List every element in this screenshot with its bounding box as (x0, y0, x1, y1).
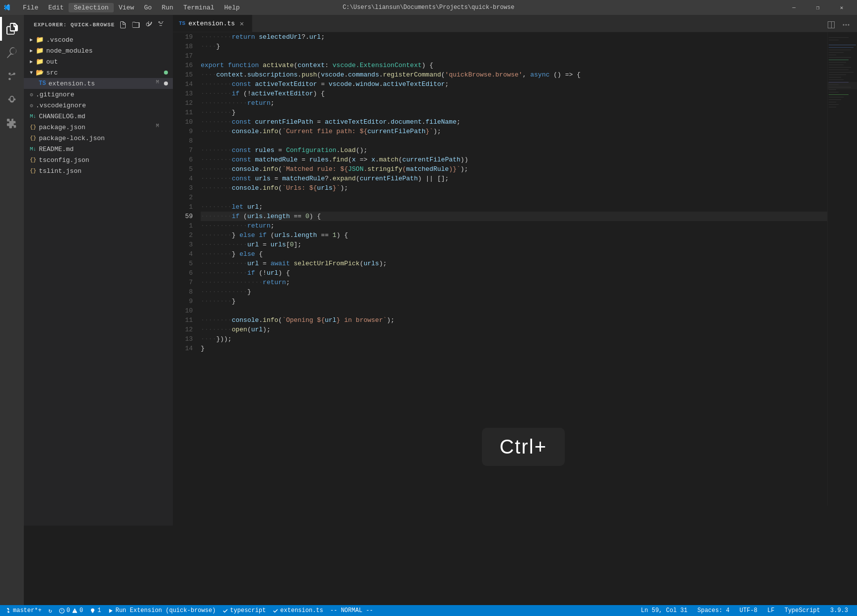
svg-rect-18 (829, 75, 846, 75)
svg-rect-25 (829, 89, 836, 90)
sync-item[interactable]: ↻ (46, 605, 55, 616)
vim-mode-label: -- NORMAL -- (330, 607, 373, 614)
svg-rect-5 (829, 40, 839, 40)
sidebar-title: EXPLORER: QUICK-BROWSE (34, 22, 115, 28)
svg-rect-6 (829, 45, 856, 45)
menu-edit[interactable]: Edit (43, 3, 69, 12)
menu-bar: File Edit Selection View Go Run Terminal… (18, 3, 245, 12)
run-extension-item[interactable]: Run Extension (quick-browse) (105, 605, 219, 616)
version-label: 3.9.3 (830, 607, 848, 614)
git-branch-item[interactable]: master*+ (2, 605, 45, 616)
folder-icon-src: 📂 (36, 69, 44, 77)
extensionts-label: extension.ts (48, 80, 95, 87)
eol-item[interactable]: LF (765, 605, 778, 616)
svg-rect-10 (829, 55, 836, 55)
refresh-button[interactable] (143, 19, 154, 30)
svg-rect-32 (829, 107, 836, 107)
svg-point-1 (846, 24, 847, 26)
code-line-9: ········console.info(`Current file path:… (201, 127, 827, 136)
menu-terminal[interactable]: Terminal (178, 3, 219, 12)
svg-rect-31 (829, 104, 839, 105)
vscodeignore-icon: ⚙ (30, 102, 33, 109)
code-line-8 (201, 136, 827, 146)
packagelockjson-icon: {} (30, 135, 36, 141)
svg-rect-4 (829, 37, 849, 38)
tabs-bar: TS extension.ts ✕ (173, 15, 857, 32)
vim-mode-item[interactable]: -- NORMAL -- (327, 605, 376, 616)
typescript-check-item[interactable]: typescript (220, 605, 269, 616)
sidebar-item-extensionts[interactable]: TS extension.ts M (24, 78, 173, 89)
packagejson-icon: {} (30, 124, 36, 130)
code-line-4-else: ········} else { (201, 249, 827, 259)
close-button[interactable]: ✕ (830, 0, 853, 15)
svg-rect-12 (829, 60, 849, 60)
language-label: TypeScript (784, 607, 820, 614)
status-bar: master*+ ↻ 0 0 1 Run Extension (quick-br… (0, 605, 857, 616)
spaces-label: Spaces: 4 (698, 607, 730, 614)
sidebar-item-vscode[interactable]: ▶ 📁 .vscode (24, 34, 173, 45)
split-editor-button[interactable] (824, 18, 838, 32)
errors-item[interactable]: 0 0 (56, 605, 86, 616)
minimize-button[interactable]: — (782, 0, 805, 15)
code-line-17 (201, 51, 827, 61)
menu-selection[interactable]: Selection (69, 3, 113, 12)
svg-marker-34 (109, 609, 113, 613)
cursor-position-item[interactable]: Ln 59, Col 31 (638, 605, 691, 616)
tslint-icon: {} (30, 168, 36, 174)
explorer-icon[interactable] (0, 17, 24, 41)
svg-rect-24 (829, 87, 851, 87)
sidebar-item-changelog[interactable]: M↓ CHANGELOG.md (24, 111, 173, 122)
svg-rect-20 (829, 79, 844, 80)
file-check-item[interactable]: extension.ts (270, 605, 326, 616)
sidebar-item-packagelockjson[interactable]: {} package-lock.json (24, 133, 173, 144)
debug-icon[interactable] (0, 88, 24, 112)
sidebar-item-out[interactable]: ▶ 📁 out (24, 56, 173, 67)
menu-go[interactable]: Go (139, 3, 157, 12)
search-activity-icon[interactable] (0, 41, 24, 65)
menu-view[interactable]: View (114, 3, 139, 12)
sidebar-item-gitignore[interactable]: ⚙ .gitignore (24, 89, 173, 100)
svg-rect-22 (829, 82, 849, 82)
code-line-14-close: } (201, 344, 827, 353)
menu-help[interactable]: Help (219, 3, 244, 12)
svg-rect-21 (828, 82, 857, 89)
spaces-item[interactable]: Spaces: 4 (695, 605, 733, 616)
sidebar: EXPLORER: QUICK-BROWSE ▶ 📁 (24, 15, 173, 605)
sync-icon: ↻ (49, 607, 52, 615)
ctrl-plus-overlay: Ctrl+ (481, 428, 565, 466)
more-actions-button[interactable] (839, 18, 853, 32)
svg-rect-11 (829, 57, 851, 58)
sidebar-item-tslint[interactable]: {} tslint.json (24, 165, 173, 176)
new-folder-button[interactable] (130, 19, 141, 30)
svg-rect-15 (829, 67, 851, 68)
maximize-button[interactable]: ❐ (806, 0, 829, 15)
sidebar-item-vscodeignore[interactable]: ⚙ .vscodeignore (24, 100, 173, 111)
sidebar-item-node-modules[interactable]: ▶ 📁 node_modules (24, 45, 173, 56)
collapse-all-button[interactable] (156, 19, 167, 30)
tab-close-button[interactable]: ✕ (238, 19, 246, 27)
extension-modified-dot (164, 81, 168, 85)
extensions-icon[interactable] (0, 112, 24, 136)
svg-rect-14 (829, 65, 844, 65)
menu-run[interactable]: Run (156, 3, 178, 12)
sidebar-item-tsconfig[interactable]: {} tsconfig.json (24, 154, 173, 165)
node-modules-label: node_modules (46, 47, 93, 55)
new-file-button[interactable] (117, 19, 128, 30)
svg-rect-26 (829, 92, 839, 92)
sidebar-item-readme[interactable]: M↓ README.md (24, 144, 173, 154)
menu-file[interactable]: File (18, 3, 43, 12)
main-layout: EXPLORER: QUICK-BROWSE ▶ 📁 (0, 15, 857, 605)
tab-extensionts[interactable]: TS extension.ts ✕ (173, 15, 252, 32)
cursor-position-label: Ln 59, Col 31 (641, 607, 688, 614)
encoding-item[interactable]: UTF-8 (737, 605, 761, 616)
tab-label: extension.ts (188, 20, 235, 27)
folder-icon-vscode: 📁 (36, 36, 44, 44)
sidebar-item-src[interactable]: ▼ 📂 src (24, 67, 173, 78)
source-control-icon[interactable] (0, 65, 24, 88)
version-item[interactable]: 3.9.3 (827, 605, 851, 616)
sidebar-item-packagejson[interactable]: {} package.json M (24, 122, 173, 133)
svg-rect-13 (829, 62, 846, 63)
lightbulb-item[interactable]: 1 (87, 605, 104, 616)
language-item[interactable]: TypeScript (781, 605, 823, 616)
status-bar-right: Ln 59, Col 31 Spaces: 4 UTF-8 LF TypeScr… (638, 605, 855, 616)
